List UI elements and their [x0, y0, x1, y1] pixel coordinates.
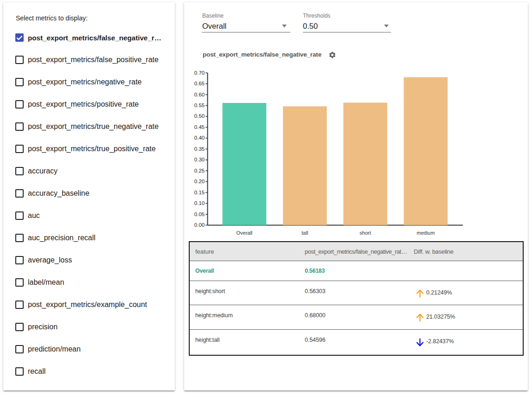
svg-text:0.15: 0.15 [194, 190, 205, 195]
svg-text:short: short [359, 230, 371, 236]
svg-text:0.05: 0.05 [194, 211, 205, 217]
svg-text:0.55: 0.55 [194, 102, 205, 108]
svg-text:0.10: 0.10 [194, 200, 205, 206]
svg-text:0.70: 0.70 [194, 70, 205, 76]
svg-text:0.50: 0.50 [194, 113, 205, 119]
svg-text:medium: medium [417, 230, 435, 236]
svg-text:0.20: 0.20 [194, 179, 205, 184]
svg-text:0.00: 0.00 [194, 222, 205, 228]
svg-text:0.60: 0.60 [194, 92, 205, 97]
svg-text:0.30: 0.30 [194, 157, 205, 162]
svg-text:0.35: 0.35 [194, 146, 205, 152]
svg-text:0.65: 0.65 [194, 81, 205, 86]
svg-text:tall: tall [301, 230, 308, 236]
svg-text:0.40: 0.40 [194, 135, 205, 141]
svg-text:0.45: 0.45 [194, 124, 205, 130]
svg-text:Overall: Overall [236, 230, 252, 236]
svg-text:0.25: 0.25 [194, 168, 205, 173]
